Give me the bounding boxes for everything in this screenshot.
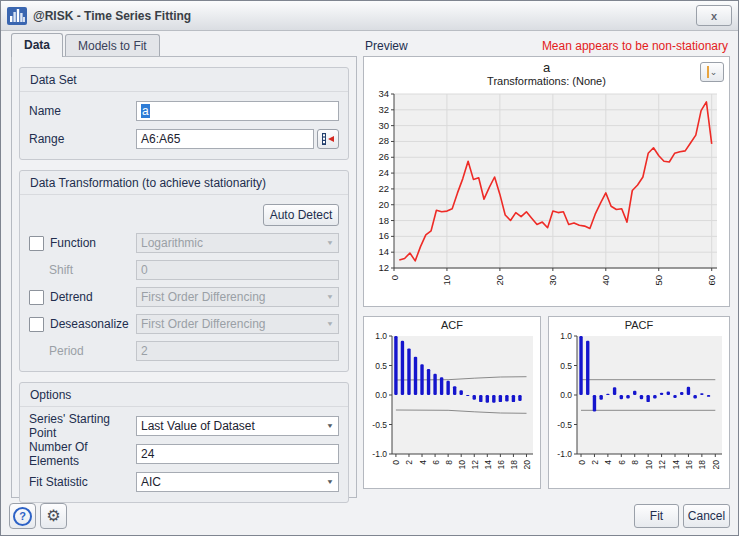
detrend-checkbox[interactable] <box>29 290 44 305</box>
acf-title: ACF <box>364 319 540 331</box>
svg-text:10: 10 <box>457 460 467 470</box>
svg-text:1.0: 1.0 <box>560 331 572 341</box>
pacf-title: PACF <box>549 319 729 331</box>
chevron-down-icon: ▼ <box>326 293 334 300</box>
group-transformation: Data Transformation (to achieve stationa… <box>19 170 349 372</box>
svg-text:20: 20 <box>378 199 389 210</box>
range-picker-icon <box>321 132 335 146</box>
svg-text:10: 10 <box>644 460 654 470</box>
svg-text:12: 12 <box>657 460 667 470</box>
group-data-set: Data Set Name a Range A6:A65 <box>19 67 349 160</box>
name-input[interactable]: a <box>136 101 339 121</box>
fit-statistic-select[interactable]: AIC ▼ <box>136 472 339 492</box>
close-icon: x <box>711 10 717 22</box>
help-button[interactable]: ? <box>9 503 36 529</box>
gear-icon: ⚙ <box>46 508 60 524</box>
svg-text:2: 2 <box>590 460 600 465</box>
period-input[interactable]: 2 <box>136 341 339 361</box>
close-button[interactable]: x <box>696 5 732 26</box>
detrend-select[interactable]: First Order Differencing ▼ <box>136 287 339 307</box>
cancel-button[interactable]: Cancel <box>683 504 730 528</box>
svg-text:18: 18 <box>378 215 389 226</box>
tab-models-to-fit[interactable]: Models to Fit <box>65 34 160 56</box>
acf-chart: 1.00.50.0-0.5-1.002468101214161820 <box>366 331 538 481</box>
svg-text:50: 50 <box>653 275 664 286</box>
detrend-label: Detrend <box>50 290 136 304</box>
svg-text:1.0: 1.0 <box>375 331 387 341</box>
settings-button[interactable]: ⚙ <box>40 503 67 529</box>
svg-text:24: 24 <box>378 167 389 178</box>
svg-text:60: 60 <box>706 275 717 286</box>
fit-statistic-value: AIC <box>141 475 161 489</box>
deseasonalize-value: First Order Differencing <box>141 317 265 331</box>
range-picker-button[interactable] <box>317 129 339 149</box>
data-tab-panel: Data Set Name a Range A6:A65 <box>11 56 357 498</box>
svg-text:4: 4 <box>418 460 428 465</box>
function-select[interactable]: Logarithmic ▼ <box>136 233 339 253</box>
deseasonalize-checkbox[interactable] <box>29 317 44 332</box>
svg-text:14: 14 <box>483 460 493 470</box>
svg-text:40: 40 <box>600 275 611 286</box>
shift-label: Shift <box>29 263 136 277</box>
svg-text:4: 4 <box>603 460 613 465</box>
elements-label: Number Of Elements <box>29 440 136 468</box>
svg-text:0.0: 0.0 <box>375 390 387 400</box>
group-options: Options Series' Starting Point Last Valu… <box>19 382 349 503</box>
svg-text:0.5: 0.5 <box>375 361 387 371</box>
starting-point-value: Last Value of Dataset <box>141 419 255 433</box>
svg-text:0: 0 <box>391 460 401 465</box>
svg-text:16: 16 <box>684 460 694 470</box>
window-title: @RISK - Time Series Fitting <box>33 9 191 23</box>
svg-text:30: 30 <box>547 275 558 286</box>
svg-text:0.5: 0.5 <box>560 361 572 371</box>
svg-text:16: 16 <box>378 230 389 241</box>
range-input[interactable]: A6:A65 <box>136 129 314 149</box>
deseasonalize-select[interactable]: First Order Differencing ▼ <box>136 314 339 334</box>
detrend-value: First Order Differencing <box>141 290 265 304</box>
chart-options-dropdown[interactable]: ⌄ <box>700 62 724 82</box>
deseasonalize-label: Deseasonalize <box>50 317 136 331</box>
focus-bar <box>707 66 709 78</box>
svg-text:-1.0: -1.0 <box>557 449 572 459</box>
svg-text:0: 0 <box>389 275 400 280</box>
auto-detect-button[interactable]: Auto Detect <box>263 204 339 226</box>
svg-text:32: 32 <box>378 104 389 115</box>
svg-text:16: 16 <box>496 460 506 470</box>
group-header: Options <box>20 383 348 407</box>
svg-text:0: 0 <box>577 460 587 465</box>
fit-button[interactable]: Fit <box>634 504 679 528</box>
svg-text:20: 20 <box>494 275 505 286</box>
period-label: Period <box>29 344 136 358</box>
shift-input[interactable]: 0 <box>136 260 339 280</box>
starting-point-select[interactable]: Last Value of Dataset ▼ <box>136 416 339 436</box>
pacf-panel: PACF 1.00.50.0-0.5-1.002468101214161820 <box>548 316 730 489</box>
svg-text:12: 12 <box>378 262 389 273</box>
elements-input[interactable]: 24 <box>136 444 339 464</box>
chevron-down-icon: ▼ <box>326 478 334 485</box>
elements-value: 24 <box>141 447 154 461</box>
svg-text:14: 14 <box>378 246 389 257</box>
svg-text:18: 18 <box>509 460 519 470</box>
chart-title: a <box>364 60 729 75</box>
starting-point-label: Series' Starting Point <box>29 412 136 440</box>
preview-label: Preview <box>365 39 408 53</box>
tab-data[interactable]: Data <box>11 33 63 57</box>
svg-text:2: 2 <box>404 460 414 465</box>
svg-text:10: 10 <box>441 275 452 286</box>
svg-text:8: 8 <box>630 460 640 465</box>
tab-bar: Data Models to Fit <box>11 33 162 57</box>
svg-text:6: 6 <box>431 460 441 465</box>
svg-text:22: 22 <box>378 183 389 194</box>
titlebar: @RISK - Time Series Fitting x <box>1 1 738 31</box>
svg-text:-0.5: -0.5 <box>557 420 572 430</box>
chart-subtitle: Transformations: (None) <box>364 75 729 87</box>
svg-text:18: 18 <box>697 460 707 470</box>
chevron-down-icon: ⌄ <box>710 67 718 77</box>
svg-text:8: 8 <box>444 460 454 465</box>
svg-text:30: 30 <box>378 120 389 131</box>
svg-text:0.0: 0.0 <box>560 390 572 400</box>
range-value: A6:A65 <box>141 132 180 146</box>
svg-text:28: 28 <box>378 135 389 146</box>
function-checkbox[interactable] <box>29 236 44 251</box>
svg-text:-1.0: -1.0 <box>372 449 387 459</box>
